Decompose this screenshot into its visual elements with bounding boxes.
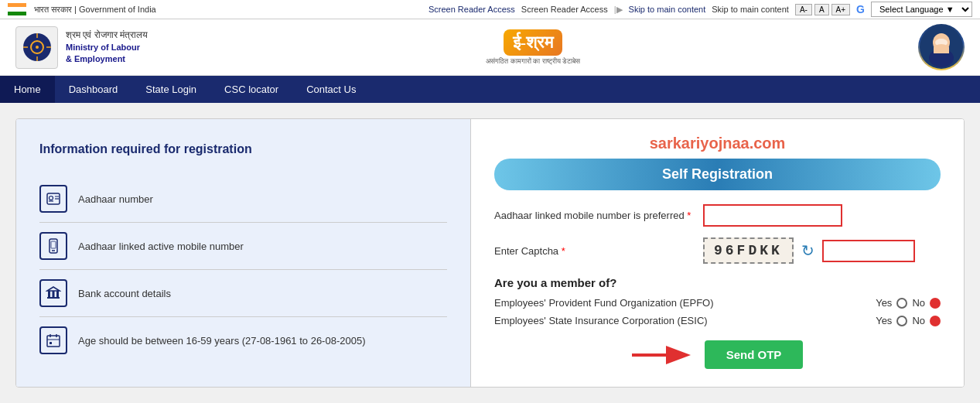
eshram-brand: ई-श्रम असंगठित कामगारों का राष्ट्रीय डेट… (486, 29, 580, 66)
nav-contact-us[interactable]: Contact Us (292, 76, 370, 103)
header: श्रम एवं रोजगार मंत्रालय Ministry of Lab… (0, 19, 980, 76)
captcha-required-marker: * (562, 245, 565, 257)
main-nav: Home Dashboard State Login CSC locator C… (0, 76, 980, 103)
esic-yes-radio[interactable] (896, 316, 907, 326)
nav-home[interactable]: Home (0, 76, 55, 103)
aadhaar-mobile-label: Aadhaar linked mobile number is preferre… (494, 210, 695, 221)
captcha-group: 96FDKK ↻ (703, 237, 915, 264)
svg-point-2 (36, 46, 39, 49)
info-item-age: Age should be between 16-59 years (27-08… (39, 317, 447, 364)
esic-label: Employees' State Insurance Corporation (… (494, 315, 876, 326)
epfo-radio-group: Yes No (876, 297, 941, 309)
esic-row: Employees' State Insurance Corporation (… (494, 315, 941, 326)
font-increase-btn[interactable]: A+ (831, 4, 851, 15)
top-bar-right: Screen Reader Access Screen Reader Acces… (429, 2, 972, 17)
info-item-aadhaar: Aadhaar number (39, 176, 447, 223)
mobile-label: Aadhaar linked active mobile number (78, 241, 244, 252)
gov-text: भारत सरकार | Government of India (34, 5, 156, 15)
esic-no-label: No (912, 315, 925, 326)
captcha-label: Enter Captcha * (494, 245, 695, 257)
captcha-input[interactable] (822, 240, 915, 262)
language-select[interactable]: Select Language ▼ (871, 2, 972, 17)
epfo-yes-label: Yes (876, 297, 892, 309)
aadhaar-icon (39, 185, 67, 213)
font-decrease-btn[interactable]: A- (795, 4, 812, 15)
svg-rect-22 (48, 291, 50, 297)
bank-icon (39, 279, 67, 307)
skip-main-text: Skip to main content (712, 5, 789, 14)
captcha-row: Enter Captcha * 96FDKK ↻ (494, 237, 941, 264)
font-size-controls: A- A A+ (795, 4, 850, 15)
ministry-hindi: श्रम एवं रोजगार मंत्रालय (66, 29, 148, 42)
watermark: sarkariyojnaa.com (494, 135, 941, 152)
font-normal-btn[interactable]: A (814, 4, 829, 15)
svg-rect-12 (934, 47, 949, 53)
aadhaar-required-marker: * (687, 210, 691, 221)
svg-point-14 (50, 196, 53, 200)
epfo-no-radio[interactable] (930, 298, 941, 309)
skip-main-link[interactable]: Skip to main content (629, 5, 706, 14)
aadhaar-mobile-input[interactable] (703, 204, 842, 227)
ministry-english-1: Ministry of Labour (66, 42, 148, 53)
age-label: Age should be between 16-59 years (27-08… (78, 335, 365, 347)
send-otp-button[interactable]: Send OTP (705, 340, 804, 369)
esic-no-radio[interactable] (930, 316, 941, 326)
svg-rect-25 (47, 297, 60, 299)
captcha-refresh-btn[interactable]: ↻ (801, 241, 814, 260)
svg-rect-23 (53, 291, 55, 297)
esic-radio-group: Yes No (876, 315, 941, 326)
ministry-logo (15, 26, 58, 69)
svg-rect-20 (51, 241, 56, 248)
flag-icon (8, 3, 26, 15)
member-heading: Are you a member of? (494, 276, 941, 289)
logo-section: श्रम एवं रोजगार मंत्रालय Ministry of Lab… (15, 26, 148, 69)
screen-reader-link[interactable]: Screen Reader Access (429, 5, 515, 14)
arrow-indicator (632, 343, 694, 367)
bank-label: Bank account details (78, 288, 171, 299)
aadhaar-mobile-row: Aadhaar linked mobile number is preferre… (494, 204, 941, 227)
right-panel: sarkariyojnaa.com Self Registration Aadh… (471, 119, 964, 387)
gov-label: भारत सरकार | Government of India (8, 3, 156, 15)
member-section: Are you a member of? Employees' Providen… (494, 276, 941, 326)
captcha-image: 96FDKK (703, 237, 794, 264)
calendar-icon (39, 326, 67, 354)
mobile-icon (39, 232, 67, 260)
screen-reader-text: Screen Reader Access (521, 5, 608, 14)
svg-rect-26 (47, 336, 60, 347)
eshram-logo: ई-श्रम (504, 29, 562, 56)
eshram-tagline: असंगठित कामगारों का राष्ट्रीय डेटाबेस (486, 57, 580, 66)
info-item-bank: Bank account details (39, 270, 447, 317)
self-registration-title: Self Registration (502, 166, 933, 183)
info-item-mobile: Aadhaar linked active mobile number (39, 223, 447, 270)
left-panel-title: Information required for registration (39, 142, 447, 156)
nav-csc-locator[interactable]: CSC locator (210, 76, 292, 103)
top-bar: भारत सरकार | Government of India Screen … (0, 0, 980, 19)
epfo-yes-radio[interactable] (896, 298, 907, 309)
epfo-no-label: No (912, 297, 925, 309)
epfo-row: Employees' Provident Fund Organization (… (494, 297, 941, 309)
epfo-label: Employees' Provident Fund Organization (… (494, 297, 876, 309)
esic-yes-label: Yes (876, 315, 892, 326)
self-registration-header: Self Registration (494, 159, 941, 190)
ministry-text: श्रम एवं रोजगार मंत्रालय Ministry of Lab… (66, 29, 148, 66)
ministry-english-2: & Employment (66, 53, 148, 65)
nav-dashboard[interactable]: Dashboard (55, 76, 132, 103)
left-panel: Information required for registration Aa… (16, 119, 471, 387)
aadhaar-label: Aadhaar number (78, 193, 153, 205)
svg-rect-24 (56, 291, 59, 297)
nav-state-login[interactable]: State Login (131, 76, 210, 103)
pm-photo (918, 24, 965, 70)
svg-marker-21 (47, 287, 60, 291)
google-icon: G (856, 3, 865, 15)
main-content: Information required for registration Aa… (15, 118, 965, 388)
send-otp-section: Send OTP (494, 340, 941, 369)
svg-rect-30 (50, 342, 52, 344)
